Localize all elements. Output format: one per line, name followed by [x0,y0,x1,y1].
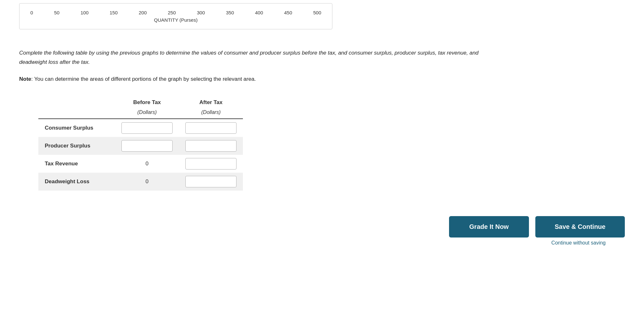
after-tax-input-0[interactable] [185,122,237,134]
action-buttons-section: Grade It Now Save & Continue Continue wi… [19,216,625,246]
row-label-3: Deadweight Loss [38,173,115,191]
table-row: Consumer Surplus [38,119,243,137]
table-body: Consumer SurplusProducer SurplusTax Reve… [38,119,243,191]
table-header-empty [38,97,115,108]
after-tax-header: After Tax [179,97,243,108]
note-body: : You can determine the areas of differe… [31,76,256,82]
after-tax-input-1[interactable] [185,140,237,152]
axis-label-0: 0 [30,10,33,15]
graph-x-axis-title: QUANTITY (Purses) [29,17,322,23]
axis-label-300: 300 [197,10,205,15]
note-paragraph: Note: You can determine the areas of dif… [19,75,625,84]
before-tax-header: Before Tax [115,97,179,108]
graph-container: 0 50 100 150 200 250 300 350 400 450 500… [19,3,332,29]
after-tax-input-3[interactable] [185,176,237,187]
before-tax-value-cell-2: 0 [115,155,179,173]
table-row: Deadweight Loss0 [38,173,243,191]
after-tax-input-cell-1 [179,137,243,155]
axis-label-400: 400 [255,10,263,15]
buttons-row: Grade It Now Save & Continue [449,216,625,237]
grade-it-now-button[interactable]: Grade It Now [449,216,529,237]
axis-label-150: 150 [110,10,118,15]
axis-label-350: 350 [226,10,234,15]
axis-label-50: 50 [54,10,59,15]
before-tax-input-1[interactable] [121,140,173,152]
row-label-2: Tax Revenue [38,155,115,173]
row-label-0: Consumer Surplus [38,119,115,137]
table-header-row: Before Tax After Tax [38,97,243,108]
table-row: Producer Surplus [38,137,243,155]
after-tax-input-cell-0 [179,119,243,137]
note-bold: Note [19,76,31,82]
row-label-1: Producer Surplus [38,137,115,155]
continue-without-saving-link[interactable]: Continue without saving [551,240,625,246]
instruction-paragraph: Complete the following table by using th… [19,49,499,67]
axis-label-200: 200 [139,10,147,15]
axis-label-450: 450 [284,10,292,15]
before-tax-input-0[interactable] [121,122,173,134]
axis-label-250: 250 [168,10,176,15]
after-tax-input-2[interactable] [185,158,237,170]
graph-axis-labels: 0 50 100 150 200 250 300 350 400 450 500 [29,10,322,15]
axis-label-100: 100 [81,10,89,15]
axis-label-500: 500 [313,10,321,15]
after-tax-input-cell-2 [179,155,243,173]
before-tax-input-cell-1 [115,137,179,155]
before-tax-value-cell-3: 0 [115,173,179,191]
after-tax-input-cell-3 [179,173,243,191]
surplus-table-section: Before Tax After Tax (Dollars) (Dollars)… [19,97,625,191]
after-tax-subheader: (Dollars) [179,108,243,119]
before-tax-subheader: (Dollars) [115,108,179,119]
table-row: Tax Revenue0 [38,155,243,173]
table-subheader-empty [38,108,115,119]
save-and-continue-button[interactable]: Save & Continue [535,216,625,237]
surplus-table: Before Tax After Tax (Dollars) (Dollars)… [38,97,243,191]
table-subheader-row: (Dollars) (Dollars) [38,108,243,119]
before-tax-input-cell-0 [115,119,179,137]
